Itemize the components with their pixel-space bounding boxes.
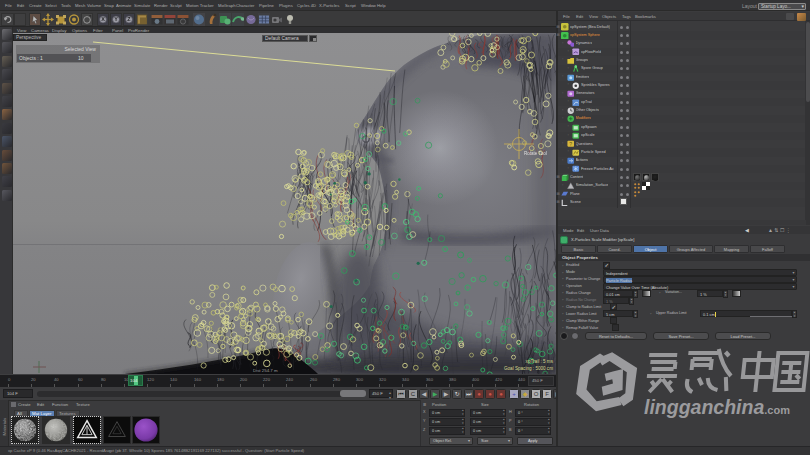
svg-text:Goal Spacing : 5000 cm: Goal Spacing : 5000 cm <box>504 366 553 371</box>
svg-text:xpTrail : 5 ms: xpTrail : 5 ms <box>526 359 554 364</box>
svg-text:Rotate Tool: Rotate Tool <box>524 151 547 156</box>
svg-text:lingganchina.com: lingganchina.com <box>644 396 790 418</box>
svg-text:Dist 254.7 m: Dist 254.7 m <box>253 368 278 373</box>
svg-text:X: X <box>101 16 105 22</box>
svg-text:Y: Y <box>114 16 118 22</box>
svg-text:?: ? <box>569 141 572 147</box>
